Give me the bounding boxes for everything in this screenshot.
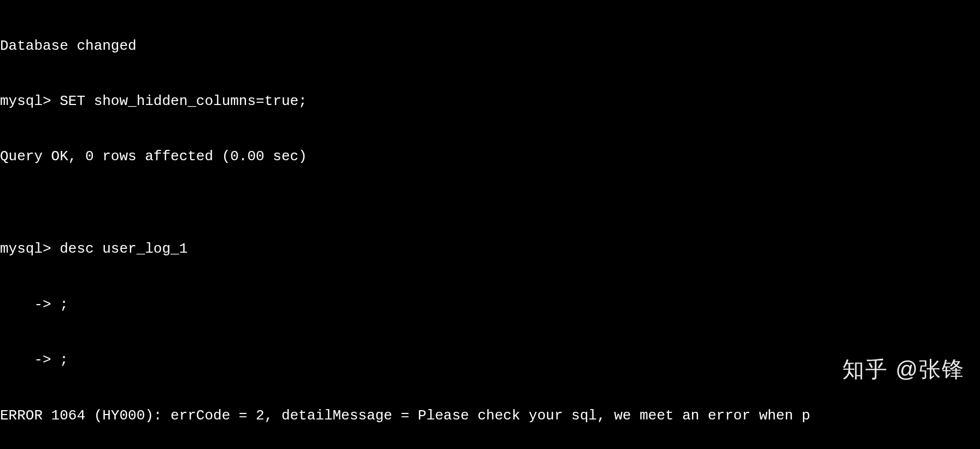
terminal-output[interactable]: Database changed mysql> SET show_hidden_…	[0, 0, 980, 449]
output-line: -> ;	[0, 296, 980, 314]
output-line: -> ;	[0, 351, 980, 370]
output-line: mysql> SET show_hidden_columns=true;	[0, 92, 980, 111]
output-line: mysql> desc user_log_1	[0, 240, 980, 259]
watermark-text: 知乎 @张锋	[842, 355, 965, 383]
error-line: ERROR 1064 (HY000): errCode = 2, detailM…	[0, 407, 980, 425]
output-line: Query OK, 0 rows affected (0.00 sec)	[0, 148, 980, 166]
output-line: Database changed	[0, 37, 980, 56]
